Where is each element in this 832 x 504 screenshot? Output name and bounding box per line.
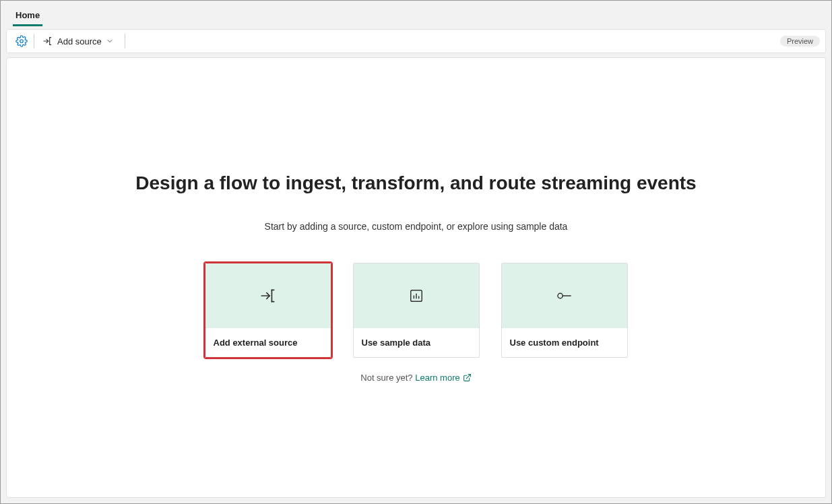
- cards-row: Add external source Use sample data: [7, 263, 825, 358]
- external-link-icon: [463, 373, 472, 382]
- hero: Design a flow to ingest, transform, and …: [7, 172, 825, 383]
- svg-point-5: [557, 293, 562, 298]
- arrow-in-icon: [42, 36, 53, 46]
- card-icon-area: [354, 263, 479, 328]
- svg-point-0: [20, 40, 24, 43]
- tab-strip: Home: [1, 1, 831, 26]
- divider: [125, 34, 125, 49]
- design-canvas: Design a flow to ingest, transform, and …: [6, 57, 826, 498]
- card-label: Use custom endpoint: [502, 328, 627, 357]
- toolbar: Add source Preview: [6, 29, 826, 53]
- add-source-label: Add source: [57, 36, 102, 46]
- card-use-custom-endpoint[interactable]: Use custom endpoint: [501, 263, 628, 358]
- tab-home-label: Home: [15, 10, 40, 20]
- chevron-down-icon: [106, 37, 114, 45]
- card-label: Use sample data: [354, 328, 479, 357]
- footer-prompt: Not sure yet?: [360, 373, 415, 383]
- settings-button[interactable]: [12, 32, 31, 51]
- preview-badge-label: Preview: [787, 37, 813, 45]
- card-icon-area: [205, 263, 331, 328]
- preview-badge: Preview: [780, 36, 820, 46]
- tab-home[interactable]: Home: [13, 5, 42, 26]
- bar-chart-icon: [409, 288, 424, 303]
- hero-title: Design a flow to ingest, transform, and …: [7, 172, 825, 194]
- learn-more-label: Learn more: [415, 373, 459, 383]
- arrow-in-icon: [259, 287, 277, 305]
- card-add-external-source[interactable]: Add external source: [205, 263, 331, 358]
- card-label: Add external source: [205, 328, 331, 357]
- gear-icon: [15, 35, 28, 47]
- svg-line-7: [466, 375, 470, 379]
- card-icon-area: [502, 263, 627, 328]
- add-source-button[interactable]: Add source: [38, 32, 118, 51]
- footer-hint: Not sure yet? Learn more: [7, 373, 825, 383]
- endpoint-icon: [556, 288, 573, 303]
- hero-subtitle: Start by adding a source, custom endpoin…: [7, 221, 825, 232]
- card-use-sample-data[interactable]: Use sample data: [353, 263, 480, 358]
- learn-more-link[interactable]: Learn more: [415, 373, 471, 383]
- divider: [34, 34, 34, 49]
